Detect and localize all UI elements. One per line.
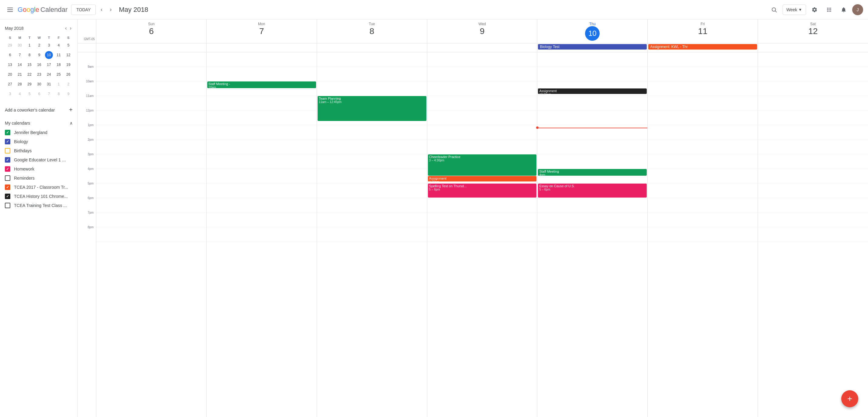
- create-event-fab[interactable]: +: [841, 390, 858, 407]
- mini-cal-day[interactable]: 8: [54, 89, 63, 98]
- mini-cal-day[interactable]: 18: [54, 60, 63, 69]
- calendar-event[interactable]: Spelling Test on Thursd...5 – 6pm: [428, 184, 537, 198]
- mini-cal-day[interactable]: 20: [5, 70, 14, 79]
- today-button[interactable]: TODAY: [71, 5, 96, 15]
- mini-cal-day[interactable]: 11: [54, 51, 63, 60]
- mini-cal-day[interactable]: 25: [54, 70, 63, 79]
- grid-col-5[interactable]: [647, 52, 758, 417]
- calendar-item-biology[interactable]: ✓Biology: [2, 137, 75, 146]
- mini-cal-next[interactable]: ›: [69, 24, 73, 32]
- search-icon[interactable]: [768, 4, 780, 16]
- all-day-cell-0[interactable]: [96, 43, 206, 52]
- day-header-tue[interactable]: Tue8: [317, 20, 427, 43]
- mini-cal-day[interactable]: 17: [44, 60, 54, 69]
- mini-cal-day[interactable]: 30: [35, 80, 44, 89]
- day-header-sat[interactable]: Sat12: [758, 20, 868, 43]
- mini-cal-day[interactable]: 7: [44, 89, 54, 98]
- apps-icon[interactable]: [823, 4, 835, 16]
- calendar-item-google-edu[interactable]: ✓Google Educator Level 1 M...: [2, 155, 75, 165]
- my-calendars-header[interactable]: My calendars ∧: [2, 118, 75, 128]
- mini-cal-day[interactable]: 8: [25, 51, 34, 60]
- calendar-event[interactable]: Assignment10:29am: [538, 88, 647, 94]
- mini-cal-day[interactable]: 22: [25, 70, 34, 79]
- next-button[interactable]: ›: [107, 4, 114, 15]
- all-day-event[interactable]: Biology Test: [538, 44, 647, 50]
- mini-cal-day[interactable]: 30: [15, 41, 24, 50]
- calendar-checkbox[interactable]: ✓: [5, 139, 10, 144]
- calendar-checkbox[interactable]: ✓: [5, 184, 10, 190]
- mini-cal-day[interactable]: 3: [44, 41, 54, 50]
- calendar-item-jennifer[interactable]: ✓Jennifer Bergland: [2, 128, 75, 137]
- calendar-item-tcea-history[interactable]: ✓TCEA History 101 Chrome...: [2, 192, 75, 201]
- calendar-event[interactable]: Essay on Cause of U.S.5 – 6pm: [538, 184, 647, 198]
- calendar-item-tcea-2017[interactable]: ✓TCEA 2017 - Classroom Tr...: [2, 183, 75, 192]
- mini-cal-day[interactable]: 2: [35, 41, 44, 50]
- calendar-checkbox[interactable]: [5, 203, 10, 208]
- view-selector[interactable]: Week ▼: [783, 5, 806, 15]
- mini-cal-day[interactable]: 1: [54, 80, 63, 89]
- grid-col-3[interactable]: Cheerleader Practice3 – 4:30pmAssignment…: [427, 52, 537, 417]
- day-header-wed[interactable]: Wed9: [427, 20, 537, 43]
- calendar-item-tcea-training[interactable]: TCEA Training Test Class ...: [2, 201, 75, 210]
- all-day-event[interactable]: Assignment: KWL - Thr: [648, 44, 757, 50]
- calendar-checkbox[interactable]: ✓: [5, 130, 10, 135]
- mini-cal-day[interactable]: 6: [35, 89, 44, 98]
- grid-col-0[interactable]: [96, 52, 206, 417]
- mini-cal-day[interactable]: 2: [64, 80, 73, 89]
- all-day-cell-5[interactable]: Assignment: KWL - Thr: [647, 43, 758, 52]
- all-day-cell-3[interactable]: [427, 43, 537, 52]
- prev-button[interactable]: ‹: [98, 4, 105, 15]
- mini-cal-day[interactable]: 21: [15, 70, 24, 79]
- calendar-event[interactable]: Cheerleader Practice3 – 4:30pm: [428, 154, 537, 176]
- avatar[interactable]: J: [852, 4, 863, 15]
- grid-col-6[interactable]: [758, 52, 868, 417]
- day-header-fri[interactable]: Fri11: [647, 20, 758, 43]
- calendar-item-homework[interactable]: ✓Homework: [2, 165, 75, 174]
- calendar-checkbox[interactable]: ✓: [5, 193, 10, 199]
- mini-cal-day[interactable]: 29: [5, 41, 14, 50]
- mini-cal-day[interactable]: 29: [25, 80, 34, 89]
- all-day-cell-2[interactable]: [317, 43, 427, 52]
- day-header-mon[interactable]: Mon7: [206, 20, 317, 43]
- mini-cal-day[interactable]: 5: [25, 89, 34, 98]
- mini-cal-day[interactable]: 13: [5, 60, 14, 69]
- calendar-item-reminders[interactable]: Reminders: [2, 174, 75, 183]
- mini-cal-day[interactable]: 4: [15, 89, 24, 98]
- all-day-cell-1[interactable]: [206, 43, 317, 52]
- mini-cal-day[interactable]: 4: [54, 41, 63, 50]
- mini-cal-day[interactable]: 9: [35, 51, 44, 60]
- mini-cal-day[interactable]: 24: [44, 70, 54, 79]
- calendar-checkbox[interactable]: [5, 175, 10, 181]
- mini-cal-day[interactable]: 5: [64, 41, 73, 50]
- mini-cal-day[interactable]: 14: [15, 60, 24, 69]
- mini-cal-day[interactable]: 7: [15, 51, 24, 60]
- calendar-checkbox[interactable]: ✓: [5, 157, 10, 162]
- grid-col-2[interactable]: Team Planning11am – 12:45pm: [317, 52, 427, 417]
- mini-cal-day[interactable]: 23: [35, 70, 44, 79]
- mini-cal-day[interactable]: 15: [25, 60, 34, 69]
- all-day-cell-6[interactable]: [758, 43, 868, 52]
- mini-cal-day[interactable]: 6: [5, 51, 14, 60]
- all-day-cell-4[interactable]: Biology Test: [537, 43, 647, 52]
- calendar-event[interactable]: Staff Meeting4pm: [538, 169, 647, 176]
- calendar-event[interactable]: Staff Meeting -10am: [207, 82, 316, 88]
- mini-cal-day[interactable]: 16: [35, 60, 44, 69]
- calendar-event[interactable]: Assignment4:29pm: [428, 176, 537, 181]
- mini-cal-day[interactable]: 3: [5, 89, 14, 98]
- calendar-event[interactable]: Team Planning11am – 12:45pm: [318, 96, 426, 121]
- mini-cal-day[interactable]: 9: [64, 89, 73, 98]
- day-header-thu[interactable]: Thu10: [537, 20, 647, 43]
- mini-cal-day[interactable]: 26: [64, 70, 73, 79]
- calendar-checkbox[interactable]: [5, 148, 10, 153]
- mini-cal-day[interactable]: 19: [64, 60, 73, 69]
- mini-cal-day[interactable]: 31: [44, 80, 54, 89]
- mini-cal-day[interactable]: 27: [5, 80, 14, 89]
- mini-cal-prev[interactable]: ‹: [64, 24, 68, 32]
- notifications-icon[interactable]: [838, 4, 850, 16]
- hamburger-menu[interactable]: [5, 5, 15, 14]
- settings-icon[interactable]: [808, 4, 820, 16]
- mini-cal-day[interactable]: 28: [15, 80, 24, 89]
- grid-col-4[interactable]: Assignment10:29amStaff Meeting4pmEssay o…: [537, 52, 647, 417]
- calendar-item-birthdays[interactable]: Birthdays: [2, 146, 75, 155]
- mini-cal-day[interactable]: 1: [25, 41, 34, 50]
